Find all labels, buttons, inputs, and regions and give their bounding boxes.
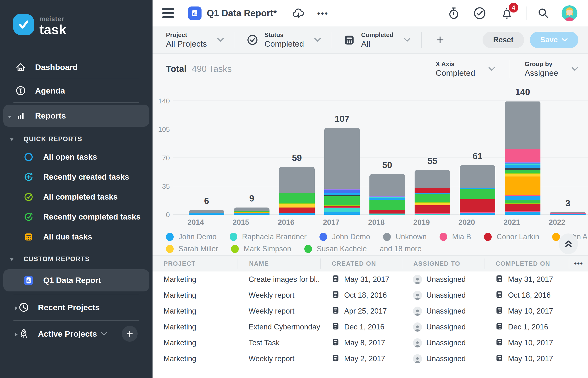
stacked-bar-2017[interactable] [324,128,360,215]
chevron-down-icon [571,67,578,71]
stacked-bar-2016[interactable] [279,167,315,215]
calendar-solid-icon [343,33,356,46]
legend-item[interactable]: Susan Kachele [304,244,367,253]
calendar-icon [331,306,340,316]
bar-segment-gray [415,170,450,188]
legend-item[interactable]: Mia B [440,232,471,241]
table-options-icon[interactable]: ••• [569,258,588,269]
chart-header: Total 490 Tasks X Axis Completed Group b… [153,54,588,82]
bar-segment-yellow [279,204,315,207]
caret-right-icon[interactable] [15,303,18,312]
legend-item[interactable]: John Demo [166,232,217,241]
column-header-name[interactable]: NAME [238,258,320,269]
table-row[interactable]: MarketingExtend CybermondayDec 1, 2016Un… [153,319,588,335]
legend-label: Susan Kachele [317,244,367,253]
bar-segment-green [324,196,360,205]
stacked-bar-2018[interactable] [370,174,405,215]
legend-item[interactable]: Mark Simpson [231,244,291,253]
sidebar-item-label: All due tasks [43,232,92,242]
sidebar-item-all-open-tasks[interactable]: All open tasks [0,147,153,167]
notifications-bell-icon[interactable]: 4 [500,7,513,20]
filter-status[interactable]: StatusCompleted [246,31,321,49]
person-icon [413,275,422,284]
caret-down-icon[interactable] [8,111,12,121]
pin-circle-icon [15,85,26,96]
caret-right-icon[interactable] [15,329,18,338]
table-row[interactable]: MarketingWeekly reportApr 25, 2017Unassi… [153,303,588,319]
add-project-button[interactable] [122,326,138,342]
bar-segment-green [370,200,405,210]
report-content: Total 490 Tasks X Axis Completed Group b… [153,54,588,378]
x-axis-select[interactable]: X Axis Completed [436,60,495,78]
caret-down-icon[interactable] [10,135,14,143]
sidebar-item-recently-completed-tasks[interactable]: Recently completed tasks [0,207,153,227]
cell-project: Marketing [153,291,238,300]
stacked-bar-2014[interactable] [189,210,224,215]
collapse-chart-button[interactable] [559,233,578,254]
column-header-completed-on[interactable]: COMPLETED ON [484,258,569,269]
legend-item[interactable]: Sarah Miller [166,244,218,253]
sidebar-item-all-completed-tasks[interactable]: All completed tasks [0,187,153,207]
sidebar-item-recently-created-tasks[interactable]: Recently created tasks [0,167,153,187]
stacked-bar-2022[interactable] [550,212,586,215]
sidebar-item-recent-projects[interactable]: Recent Projects [0,296,153,318]
add-filter-button[interactable] [435,35,445,45]
legend-item[interactable]: Conor Larkin [484,232,539,241]
my-tasks-check-icon[interactable] [473,7,486,20]
chart-plot: 69591075055611403 [173,82,588,215]
legend-row: John DemoRaphaela BrandnerJohn DemoUnkno… [166,232,554,241]
app-logo[interactable]: meister task [0,0,153,36]
caret-down-icon[interactable] [10,255,14,263]
bar-segment-blue [324,212,360,215]
table-row[interactable]: MarketingWeekly reportMay 2, 2017Unassig… [153,351,588,367]
save-button[interactable]: Save [530,32,578,48]
save-chevron-icon [562,38,568,42]
stacked-bar-2015[interactable] [234,207,269,215]
sidebar-item-reports[interactable]: Reports [3,105,149,127]
table-row[interactable]: MarketingTest TaskMay 8, 2017UnassignedM… [153,335,588,351]
legend-item[interactable]: Unknown [383,232,427,241]
stacked-bar-2021[interactable] [505,101,540,215]
more-options-icon[interactable]: ••• [317,9,329,18]
sidebar-item-agenda[interactable]: Agenda [0,81,153,100]
calendar-icon [331,353,340,364]
bar-segment-gray [460,165,495,188]
section-header-custom_reports[interactable]: CUSTOM REPORTS [0,251,153,267]
section-header-label: QUICK REPORTS [24,135,82,143]
report-doc-icon [23,275,34,286]
stacked-bar-2019[interactable] [415,170,450,215]
sidebar-item-dashboard[interactable]: Dashboard [0,57,153,77]
filter-project[interactable]: ProjectAll Projects [166,31,224,49]
table-row[interactable]: MarketingWeekly reportOct 18, 2016Unassi… [153,287,588,303]
clock-icon [18,301,30,313]
legend-item[interactable]: John Demo [320,232,370,241]
reset-button[interactable]: Reset [483,32,524,48]
export-download-icon[interactable] [292,7,306,19]
bar-segment-blue [505,165,540,168]
hamburger-menu-icon[interactable] [162,8,174,18]
calendar-icon [331,322,340,332]
legend-more-label[interactable]: and 18 more [380,244,422,253]
search-icon[interactable] [537,7,550,19]
bar-slot-2022: 3 [545,82,588,215]
section-header-quick_reports[interactable]: QUICK REPORTS [0,131,153,147]
group-by-select[interactable]: Group by Assignee [524,60,578,78]
x-tick-label: 2014 [173,218,218,227]
bar-segment-blue [505,196,540,200]
sidebar-item-label: Recent Projects [38,303,100,312]
filter-completed[interactable]: CompletedAll [343,31,410,49]
column-header-project[interactable]: PROJECT [153,258,238,269]
save-label: Save [540,36,558,44]
table-row[interactable]: MarketingCreate images for bl...May 31, … [153,271,588,287]
time-tracking-icon[interactable] [447,6,460,20]
sidebar-item-all-due-tasks[interactable]: All due tasks [0,227,153,247]
column-header-created-on[interactable]: CREATED ON [320,258,402,269]
user-avatar[interactable] [562,5,577,21]
legend-item[interactable]: Raphaela Brandner [230,232,307,241]
sidebar-item-q1-data-report[interactable]: Q1 Data Report [3,269,149,291]
x-tick-label: 2022 [535,218,580,227]
stacked-bar-2020[interactable] [460,165,495,215]
sidebar-item-active-projects[interactable]: Active Projects [0,323,153,345]
column-header-assigned-to[interactable]: ASSIGNED TO [402,258,484,269]
report-doc-icon [188,6,202,20]
